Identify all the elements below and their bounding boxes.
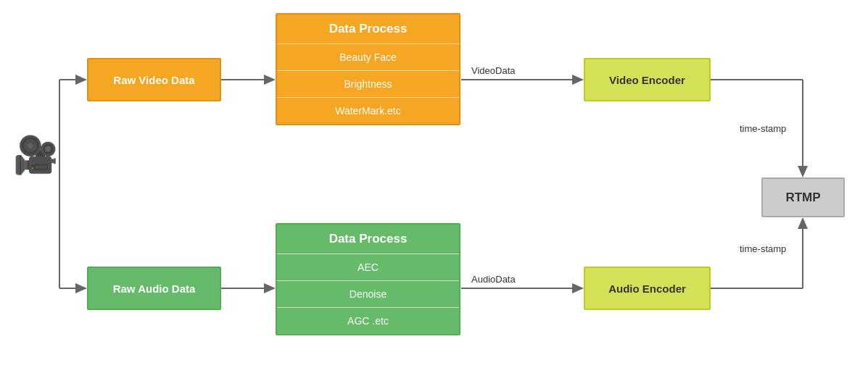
dp-video-row-3: WaterMark.etc (277, 97, 459, 124)
audio-encoder-box: Audio Encoder (584, 267, 711, 310)
dp-video-row-2: Brightness (277, 70, 459, 97)
data-process-audio-box: Data Process AEC Denoise AGC .etc (276, 223, 460, 335)
video-encoder-box: Video Encoder (584, 58, 711, 101)
diagram: 🎥 Raw Video Data Data Process Beauty Fac… (0, 0, 868, 381)
raw-audio-box: Raw Audio Data (87, 267, 221, 310)
camera-icon: 🎥 (13, 134, 58, 176)
dp-audio-row-2: Denoise (277, 280, 459, 307)
dp-video-header: Data Process (277, 14, 459, 43)
video-data-label: VideoData (471, 65, 515, 76)
time-stamp-video-label: time-stamp (740, 123, 786, 134)
time-stamp-audio-label: time-stamp (740, 243, 786, 254)
rtmp-box: RTMP (761, 177, 845, 217)
data-process-video-box: Data Process Beauty Face Brightness Wate… (276, 13, 460, 125)
audio-data-label: AudioData (471, 274, 516, 285)
dp-video-row-1: Beauty Face (277, 43, 459, 70)
dp-audio-header: Data Process (277, 225, 459, 254)
raw-video-box: Raw Video Data (87, 58, 221, 101)
dp-audio-row-1: AEC (277, 254, 459, 280)
dp-audio-row-3: AGC .etc (277, 307, 459, 334)
